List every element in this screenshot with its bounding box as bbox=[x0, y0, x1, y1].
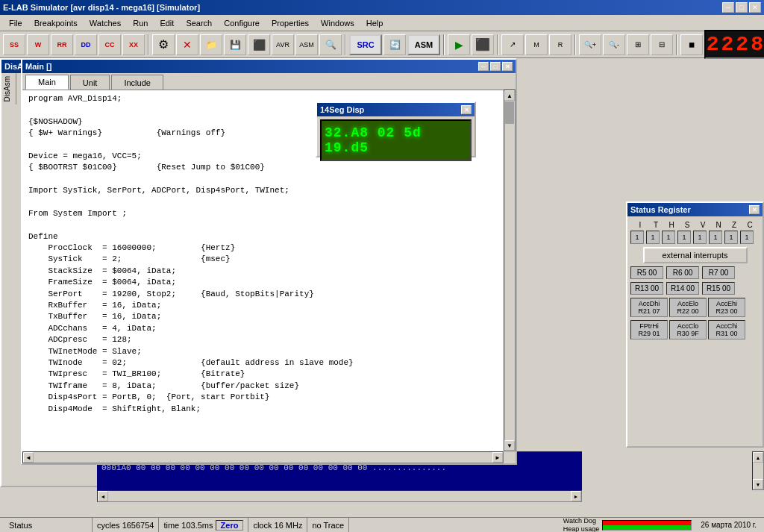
toolbar-btn-compile[interactable]: AVR bbox=[272, 34, 294, 55]
toolbar-btn-6[interactable]: XX bbox=[122, 34, 145, 55]
hscroll-left-btn[interactable]: ◄ bbox=[23, 452, 34, 463]
bit-N[interactable]: 1 bbox=[709, 231, 722, 244]
menu-search[interactable]: Search bbox=[180, 16, 218, 31]
toolbar-src-button[interactable]: SRC bbox=[349, 34, 382, 55]
toolbar-btn-4[interactable]: DD bbox=[75, 34, 97, 55]
hex-vscroll-down[interactable]: ▼ bbox=[753, 479, 763, 489]
bit-Z[interactable]: 1 bbox=[724, 231, 738, 244]
tab-include[interactable]: Include bbox=[111, 75, 163, 90]
time-label: time bbox=[163, 521, 179, 530]
toolbar-extra1[interactable]: ⊞ bbox=[627, 34, 649, 55]
editor-controls: ─ □ ✕ bbox=[478, 62, 513, 71]
menu-edit[interactable]: Edit bbox=[154, 16, 180, 31]
vscroll-track[interactable] bbox=[504, 101, 515, 440]
toolbar-asm-button[interactable]: ASM bbox=[407, 34, 440, 55]
status-bar: Status cycles 1656754 time 103.5ms Zero … bbox=[0, 517, 764, 532]
toolbar-regs-btn[interactable]: R bbox=[549, 34, 572, 55]
toolbar-unzoom-btn[interactable]: 🔍- bbox=[603, 34, 625, 55]
tab-unit[interactable]: Unit bbox=[70, 75, 110, 90]
bit-H[interactable]: 1 bbox=[662, 231, 675, 244]
disasm-tab-label: DisAsm bbox=[1, 73, 13, 104]
toolbar-btn-print[interactable]: ⬛ bbox=[248, 34, 270, 55]
toolbar-sep-4 bbox=[497, 34, 498, 55]
bit-I[interactable]: 1 bbox=[630, 231, 644, 244]
maximize-button[interactable]: □ bbox=[736, 2, 748, 13]
hex-hscroll-right[interactable]: ► bbox=[571, 491, 581, 501]
vscroll-thumb[interactable] bbox=[505, 101, 514, 124]
toolbar-btn-tools[interactable]: ⚙ bbox=[152, 34, 175, 55]
reg-FPtrHi: FPtrHiR29 01 bbox=[630, 320, 668, 339]
bit-C[interactable]: 1 bbox=[740, 231, 754, 244]
editor-maximize[interactable]: □ bbox=[490, 62, 501, 71]
toolbar-step-btn[interactable]: ↗ bbox=[501, 34, 524, 55]
toolbar-stop-btn[interactable]: ⬛ bbox=[472, 34, 494, 55]
toolbar-btn-cycle[interactable]: 🔄 bbox=[383, 34, 406, 55]
time-value: 103.5ms bbox=[181, 521, 213, 530]
editor-hscroll[interactable]: ◄ ► bbox=[22, 451, 504, 463]
toolbar-btn-3[interactable]: RR bbox=[51, 34, 73, 55]
menu-run[interactable]: Run bbox=[127, 16, 154, 31]
bit-T[interactable]: 1 bbox=[646, 231, 660, 244]
toolbar-btn-asm[interactable]: ASM bbox=[295, 34, 318, 55]
toolbar-btn-stop[interactable]: ✕ bbox=[176, 34, 198, 55]
vscroll-up-btn[interactable]: ▲ bbox=[504, 90, 515, 101]
bit-label-I: I bbox=[633, 221, 647, 229]
toolbar-extra3[interactable]: ◼ bbox=[680, 34, 703, 55]
clock-label: clock bbox=[253, 521, 272, 530]
toolbar-run-btn[interactable]: ▶ bbox=[448, 34, 470, 55]
menu-properties[interactable]: Properties bbox=[266, 16, 315, 31]
hex-hscroll[interactable]: ◄ ► bbox=[97, 490, 582, 502]
menu-file[interactable]: File bbox=[3, 16, 28, 31]
toolbar-btn-2[interactable]: W bbox=[27, 34, 49, 55]
editor-close[interactable]: ✕ bbox=[502, 62, 513, 71]
avrsim-section: 2228 AVRsim 6.62 Simulator bbox=[704, 26, 764, 63]
status-content: I T H S V N Z C 1 1 1 1 1 1 1 1 externa bbox=[627, 216, 763, 347]
hex-hscroll-left[interactable]: ◄ bbox=[98, 491, 108, 501]
menu-windows[interactable]: Windows bbox=[315, 16, 360, 31]
menu-configure[interactable]: Configure bbox=[218, 16, 266, 31]
editor-vscroll[interactable]: ▲ ▼ bbox=[504, 90, 516, 451]
bit-S[interactable]: 1 bbox=[677, 231, 691, 244]
toolbar-btn-open[interactable]: 📁 bbox=[200, 34, 222, 55]
toolbar-sep-2 bbox=[345, 34, 346, 55]
hex-hscroll-track[interactable] bbox=[108, 491, 571, 501]
hscroll-right-btn[interactable]: ► bbox=[492, 452, 503, 463]
trace-label: no Trace bbox=[312, 521, 344, 530]
toolbar-btn-1[interactable]: SS bbox=[3, 34, 25, 55]
vscroll-down-btn[interactable]: ▼ bbox=[504, 440, 515, 451]
reg-R13: R13 00 bbox=[630, 282, 663, 295]
minimize-button[interactable]: ─ bbox=[722, 2, 734, 13]
ext-int-button[interactable]: external interrupts bbox=[643, 247, 748, 263]
status-label: Status bbox=[9, 521, 32, 530]
toolbar-extra2[interactable]: ⊟ bbox=[651, 34, 673, 55]
title-bar: E-LAB Simulator [avr disp14 - mega16] [S… bbox=[0, 0, 764, 15]
toolbar-btn-5[interactable]: CC bbox=[98, 34, 121, 55]
hex-vscroll-up[interactable]: ▲ bbox=[753, 452, 763, 463]
toolbar-sep-5 bbox=[574, 34, 576, 55]
menu-watches[interactable]: Watches bbox=[84, 16, 127, 31]
toolbar: SS W RR DD CC XX ⚙ ✕ 📁 💾 ⬛ AVR ASM 🔍 SRC… bbox=[0, 31, 764, 58]
menu-breakpoints[interactable]: Breakpoints bbox=[28, 16, 84, 31]
toolbar-zoom-btn[interactable]: 🔍+ bbox=[579, 34, 601, 55]
disasm-vtab: DisAsm bbox=[1, 73, 16, 104]
editor-minimize[interactable]: ─ bbox=[478, 62, 489, 71]
seg-text: 32.A8 02 5d 19.d5 bbox=[325, 125, 467, 155]
app-title: E-LAB Simulator [avr disp14 - mega16] [S… bbox=[3, 3, 200, 12]
hex-vscroll[interactable]: ▲ ▼ bbox=[752, 451, 764, 490]
menu-help[interactable]: Help bbox=[360, 16, 389, 31]
toolbar-mem-btn[interactable]: M bbox=[525, 34, 548, 55]
tab-main[interactable]: Main bbox=[25, 75, 69, 90]
editor-tabs: Main Unit Include bbox=[22, 73, 516, 90]
reg-R14: R14 00 bbox=[666, 282, 699, 295]
hscroll-track[interactable] bbox=[34, 452, 492, 463]
toolbar-btn-search[interactable]: 🔍 bbox=[319, 34, 342, 55]
status-close[interactable]: ✕ bbox=[749, 205, 760, 214]
seg-close[interactable]: ✕ bbox=[461, 105, 472, 114]
status-section-trace: no Trace bbox=[307, 518, 349, 532]
toolbar-btn-save[interactable]: 💾 bbox=[224, 34, 246, 55]
bit-V[interactable]: 1 bbox=[693, 231, 707, 244]
status-bit-values: 1 1 1 1 1 1 1 1 bbox=[630, 231, 760, 244]
reg-R5: R5 00 bbox=[630, 266, 663, 279]
close-button[interactable]: ✕ bbox=[749, 2, 761, 13]
status-date: 26 марта 2010 г. bbox=[695, 521, 757, 529]
